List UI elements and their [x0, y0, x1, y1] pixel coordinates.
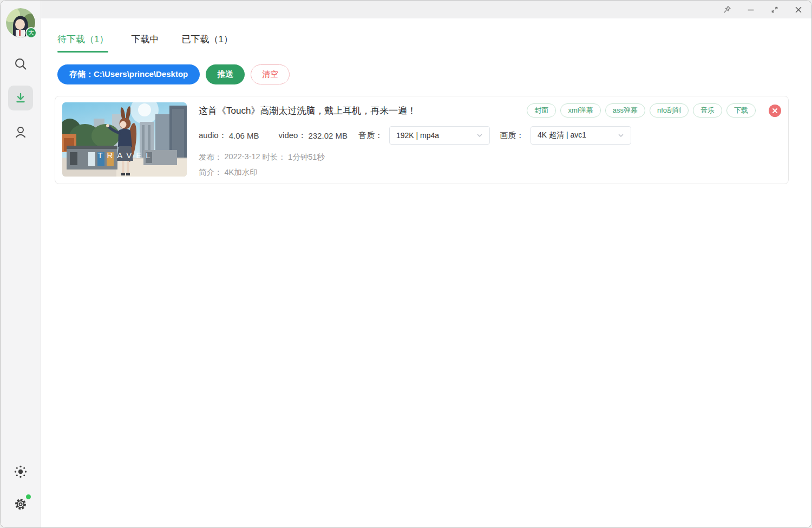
clear-button[interactable]: 清空 [251, 64, 290, 84]
intro-row: 简介：4K加水印 [199, 167, 781, 178]
pin-icon [723, 5, 731, 14]
intro-value: 4K加水印 [225, 167, 258, 178]
tab-pending[interactable]: 待下载（1） [57, 33, 108, 53]
titlebar [41, 1, 811, 18]
audio-label: audio： [199, 131, 227, 141]
sidebar: 大 [1, 1, 41, 527]
user-icon [14, 125, 28, 139]
maximize-button[interactable] [770, 5, 779, 14]
intro-label: 简介： [199, 167, 222, 178]
duration-label: 时长： [263, 152, 286, 162]
video-quality-label: 画质： [500, 131, 524, 141]
toolbar: 存储：C:\Users\prince\Desktop 推送 清空 [57, 64, 789, 84]
video-title: 这首《Touch》高潮太过洗脑，戴上耳机，再来一遍！ [199, 105, 527, 117]
media-info-row: audio： 4.06 MB video： 232.02 MB 音质： 192K… [199, 126, 781, 145]
chevron-down-icon [618, 132, 624, 139]
app-window: 大 [0, 0, 812, 528]
audio-quality-label: 音质： [358, 131, 383, 141]
tag-ass-danmaku[interactable]: ass弹幕 [605, 103, 645, 118]
tag-cover[interactable]: 封面 [527, 103, 556, 118]
pin-button[interactable] [723, 5, 731, 14]
option-tags: 封面 xml弹幕 ass弹幕 nfo刮削 音乐 下载 [527, 103, 756, 118]
publish-label: 发布： [199, 152, 222, 162]
download-item-card: TRAVEL 这首《Touch》高潮太过洗脑，戴上耳机，再来一遍！ 封面 xml… [55, 96, 789, 184]
remove-item-button[interactable] [769, 105, 781, 117]
video-quality-select[interactable]: 4K 超清 | avc1 [531, 126, 631, 145]
search-icon [14, 57, 28, 71]
tab-bar: 待下载（1） 下载中 已下载（1） [57, 33, 789, 53]
chevron-down-icon [476, 132, 483, 139]
thumbnail-image: TRAVEL [62, 102, 187, 177]
video-size: 232.02 MB [308, 131, 348, 140]
storage-path-button[interactable]: 存储：C:\Users\prince\Desktop [57, 64, 200, 84]
remove-x-icon [772, 108, 778, 114]
tag-music[interactable]: 音乐 [693, 103, 722, 118]
settings-notification-dot [26, 494, 31, 499]
tab-downloading[interactable]: 下载中 [131, 33, 159, 53]
sidebar-item-user[interactable] [11, 123, 30, 141]
sidebar-item-theme[interactable] [11, 462, 30, 481]
minimize-icon [747, 6, 755, 14]
publish-info-row: 发布：2022-3-12 时长：1分钟51秒 [199, 152, 781, 162]
duration-value: 1分钟51秒 [288, 152, 325, 162]
theme-icon [14, 465, 28, 479]
video-quality-value: 4K 超清 | avc1 [538, 131, 586, 140]
sidebar-item-search[interactable] [11, 55, 30, 73]
avatar[interactable]: 大 [6, 8, 35, 37]
tag-xml-danmaku[interactable]: xml弹幕 [560, 103, 600, 118]
video-label: video： [279, 131, 306, 141]
publish-date: 2022-3-12 [225, 152, 260, 162]
tag-nfo-scrape[interactable]: nfo刮削 [650, 103, 689, 118]
sidebar-item-downloads[interactable] [8, 86, 33, 110]
audio-quality-value: 192K | mp4a [396, 131, 439, 140]
main-content: 待下载（1） 下载中 已下载（1） 存储：C:\Users\prince\Des… [41, 18, 811, 527]
audio-quality-select[interactable]: 192K | mp4a [389, 126, 490, 145]
download-item-info: 这首《Touch》高潮太过洗脑，戴上耳机，再来一遍！ 封面 xml弹幕 ass弹… [199, 102, 781, 178]
close-window-button[interactable] [794, 5, 803, 14]
maximize-icon [771, 6, 778, 14]
audio-size: 4.06 MB [229, 131, 259, 140]
thumbnail-overlay-text: TRAVEL [97, 151, 154, 160]
minimize-button[interactable] [746, 5, 755, 14]
push-button[interactable]: 推送 [206, 64, 245, 84]
sidebar-item-settings[interactable] [11, 495, 30, 513]
avatar-badge: 大 [25, 27, 37, 38]
download-icon [14, 92, 27, 105]
tab-downloaded[interactable]: 已下载（1） [181, 33, 232, 53]
settings-gear-icon [13, 497, 28, 512]
video-thumbnail[interactable]: TRAVEL [62, 102, 187, 177]
tag-download[interactable]: 下载 [726, 103, 756, 118]
close-icon [795, 6, 802, 14]
